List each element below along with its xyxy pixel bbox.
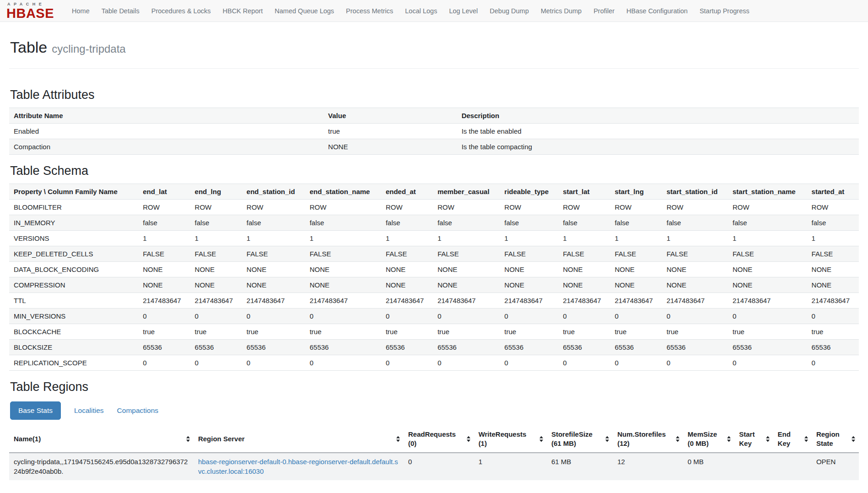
nav-item-startup-progress[interactable]: Startup Progress <box>694 7 755 15</box>
regions-col-label: Start Key <box>739 430 755 447</box>
schema-value-cell: FALSE <box>500 246 558 262</box>
schema-value-cell: ROW <box>500 200 558 215</box>
schema-family-end-station-id: end_station_id <box>242 184 305 200</box>
regions-cell-region-server: hbase-regionserver-default-0.hbase-regio… <box>194 453 404 481</box>
schema-value-cell: ROW <box>190 200 242 215</box>
schema-value-cell: NONE <box>138 262 190 277</box>
schema-value-cell: 65536 <box>558 340 610 355</box>
attr-description-cell: Is the table compacting <box>457 139 859 155</box>
page-title-text: Table <box>10 38 47 56</box>
schema-value-cell: true <box>807 324 859 340</box>
schema-value-cell: false <box>190 215 242 231</box>
regions-col-label: Region State <box>816 430 840 447</box>
schema-value-cell: 2147483647 <box>558 293 610 309</box>
tab-base-stats[interactable]: Base Stats <box>10 401 61 420</box>
nav-item-procedures-locks[interactable]: Procedures & Locks <box>146 7 217 15</box>
regions-col-name-1[interactable]: Name(1) <box>9 426 194 453</box>
nav-item-local-logs[interactable]: Local Logs <box>399 7 443 15</box>
schema-value-cell: ROW <box>807 200 859 215</box>
sort-up-arrow <box>766 436 770 439</box>
schema-value-cell: 65536 <box>610 340 662 355</box>
sort-icon <box>186 436 190 442</box>
sort-icon <box>804 436 808 442</box>
schema-value-cell: NONE <box>500 277 558 293</box>
schema-value-cell: true <box>381 324 433 340</box>
page-title: Tablecycling-tripdata <box>10 38 859 56</box>
regions-col-region-state[interactable]: Region State <box>812 426 859 453</box>
schema-value-cell: 0 <box>807 309 859 324</box>
schema-value-cell: 2147483647 <box>807 293 859 309</box>
schema-property-cell: MIN_VERSIONS <box>9 309 138 324</box>
table-row: EnabledtrueIs the table enabled <box>9 124 859 139</box>
sort-down-arrow <box>605 440 609 442</box>
schema-value-cell: true <box>662 324 728 340</box>
sort-down-arrow <box>539 440 543 442</box>
schema-value-cell: 0 <box>662 355 728 371</box>
schema-value-cell: 1 <box>305 231 381 246</box>
schema-value-cell: 0 <box>558 355 610 371</box>
schema-value-cell: FALSE <box>138 246 190 262</box>
schema-value-cell: 65536 <box>433 340 500 355</box>
nav-item-profiler[interactable]: Profiler <box>588 7 620 15</box>
nav-item-log-level[interactable]: Log Level <box>443 7 484 15</box>
table-row: IN_MEMORYfalsefalsefalsefalsefalsefalsef… <box>9 215 859 231</box>
schema-value-cell: true <box>242 324 305 340</box>
region-server-link[interactable]: hbase-regionserver-default-0.hbase-regio… <box>198 458 398 476</box>
schema-value-cell: ROW <box>305 200 381 215</box>
schema-value-cell: true <box>190 324 242 340</box>
regions-col-label: Name(1) <box>14 435 41 443</box>
attr-col-value: Value <box>323 108 457 124</box>
regions-col-memsize-0-mb[interactable]: MemSize (0 MB) <box>683 426 734 453</box>
regions-col-readrequests-0[interactable]: ReadRequests (0) <box>404 426 474 453</box>
regions-col-end-key[interactable]: End Key <box>773 426 812 453</box>
nav-item-hbck-report[interactable]: HBCK Report <box>216 7 269 15</box>
schema-value-cell: 0 <box>433 309 500 324</box>
table-row: BLOCKCACHEtruetruetruetruetruetruetruetr… <box>9 324 859 340</box>
nav-item-named-queue-logs[interactable]: Named Queue Logs <box>269 7 340 15</box>
schema-value-cell: FALSE <box>433 246 500 262</box>
table-row: BLOCKSIZE6553665536655366553665536655366… <box>9 340 859 355</box>
attr-description-cell: Is the table enabled <box>457 124 859 139</box>
table-schema: Property \ Column Family Nameend_latend_… <box>9 184 859 371</box>
schema-value-cell: 0 <box>662 309 728 324</box>
schema-value-cell: true <box>610 324 662 340</box>
schema-value-cell: 2147483647 <box>433 293 500 309</box>
nav-item-hbase-configuration[interactable]: HBase Configuration <box>620 7 694 15</box>
schema-value-cell: NONE <box>433 277 500 293</box>
schema-family-end-station-name: end_station_name <box>305 184 381 200</box>
regions-cell-readrequests-0: 0 <box>404 453 474 481</box>
hbase-logo[interactable]: APACHE HBASE <box>6 2 54 20</box>
table-attributes: Attribute NameValueDescription Enabledtr… <box>9 108 859 155</box>
schema-value-cell: 2147483647 <box>500 293 558 309</box>
schema-corner-header: Property \ Column Family Name <box>9 184 138 200</box>
table-regions: Name(1)Region ServerReadRequests (0)Writ… <box>9 426 859 480</box>
regions-col-storefilesize-61-mb[interactable]: StorefileSize (61 MB) <box>547 426 613 453</box>
regions-col-writerequests-1[interactable]: WriteRequests (1) <box>474 426 547 453</box>
nav-items: HomeTable DetailsProcedures & LocksHBCK … <box>66 7 755 15</box>
schema-value-cell: 1 <box>381 231 433 246</box>
nav-item-table-details[interactable]: Table Details <box>96 7 146 15</box>
schema-value-cell: 65536 <box>138 340 190 355</box>
nav-item-home[interactable]: Home <box>66 7 96 15</box>
tab-localities[interactable]: Localities <box>74 406 104 415</box>
sort-icon <box>467 436 470 442</box>
schema-value-cell: ROW <box>610 200 662 215</box>
schema-value-cell: NONE <box>305 262 381 277</box>
nav-item-process-metrics[interactable]: Process Metrics <box>340 7 399 15</box>
schema-value-cell: 2147483647 <box>305 293 381 309</box>
regions-col-label: MemSize (0 MB) <box>688 430 717 447</box>
schema-value-cell: 0 <box>305 309 381 324</box>
schema-value-cell: 65536 <box>500 340 558 355</box>
tab-compactions[interactable]: Compactions <box>117 406 158 415</box>
regions-col-region-server[interactable]: Region Server <box>194 426 404 453</box>
nav-item-debug-dump[interactable]: Debug Dump <box>484 7 534 15</box>
sort-up-arrow <box>467 436 470 439</box>
regions-col-start-key[interactable]: Start Key <box>734 426 773 453</box>
schema-value-cell: NONE <box>500 262 558 277</box>
schema-value-cell: false <box>558 215 610 231</box>
nav-item-metrics-dump[interactable]: Metrics Dump <box>535 7 588 15</box>
regions-col-num-storefiles-12[interactable]: Num.Storefiles (12) <box>613 426 683 453</box>
table-row: BLOOMFILTERROWROWROWROWROWROWROWROWROWRO… <box>9 200 859 215</box>
table-regions-heading: Table Regions <box>10 380 859 394</box>
schema-value-cell: false <box>662 215 728 231</box>
